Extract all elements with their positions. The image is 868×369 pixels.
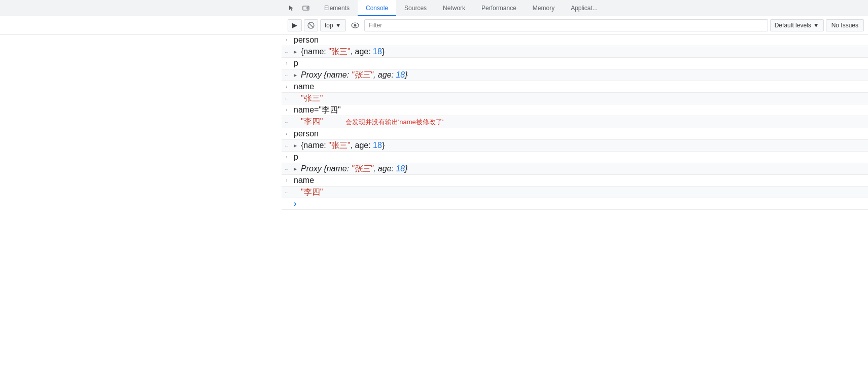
proxy-2-content: Proxy {name: "张三", age: 18} xyxy=(299,164,868,173)
arrow-left-3: ← xyxy=(282,96,292,101)
tab-elements[interactable]: Elements xyxy=(316,0,358,16)
expand-arrow-person-2[interactable]: › xyxy=(282,131,292,136)
log-row-person-1: › person xyxy=(282,34,868,46)
default-levels-button[interactable]: Default levels ▼ xyxy=(770,19,824,31)
label-name-2: name xyxy=(292,176,868,185)
obj-person-2-content: {name: "张三", age: 18} xyxy=(299,141,868,150)
svg-rect-1 xyxy=(307,7,308,9)
label-name-1: name xyxy=(292,82,868,91)
run-button[interactable]: ▶ xyxy=(288,19,302,31)
tab-memory[interactable]: Memory xyxy=(525,0,563,16)
eye-button[interactable] xyxy=(348,19,362,31)
expand-arrow-person-1[interactable]: › xyxy=(282,38,292,43)
log-row-person-2: › person xyxy=(282,128,868,140)
expand-arrow-p-1[interactable]: › xyxy=(282,61,292,66)
label-person-1: person xyxy=(292,35,868,45)
prompt-content: › xyxy=(292,199,868,208)
log-row-proxy-2: ← ▶ Proxy {name: "张三", age: 18} xyxy=(282,163,868,175)
devtools-tab-bar: Elements Console Sources Network Perform… xyxy=(0,0,868,16)
arrow-left-7: ← xyxy=(282,190,292,195)
expand-proxy-2[interactable]: ▶ xyxy=(292,167,299,171)
arrow-left-6: ← xyxy=(282,166,292,172)
expand-arrow-name-set[interactable]: › xyxy=(282,107,292,113)
log-row-lisi-comment: ← "李四" 会发现并没有输出'name被修改了' xyxy=(282,116,868,128)
console-panel: › person ← ▶ {name: "张三", age: 18} › p ←… xyxy=(282,34,868,210)
cursor-icon[interactable] xyxy=(286,2,298,14)
device-toolbar-icon[interactable] xyxy=(300,2,312,14)
log-row-name-1: › name xyxy=(282,81,868,93)
proxy-1-content: Proxy {name: "张三", age: 18} xyxy=(299,70,868,80)
log-row-p-1: › p xyxy=(282,58,868,69)
log-row-lisi-2: ← "李四" xyxy=(282,187,868,198)
label-p-1: p xyxy=(292,59,868,68)
arrow-left-4: ← xyxy=(282,119,292,125)
log-row-name-2: › name xyxy=(282,175,868,187)
svg-line-3 xyxy=(309,23,313,27)
log-row-obj-person-1: ← ▶ {name: "张三", age: 18} xyxy=(282,46,868,58)
console-toolbar: ▶ top ▼ Default levels ▼ No Issues xyxy=(0,16,868,34)
log-row-zhangsan: ← "张三" xyxy=(282,93,868,104)
arrow-left-1: ← xyxy=(282,49,292,55)
zhangsan-content: "张三" xyxy=(299,94,868,103)
tab-application[interactable]: Applicat... xyxy=(563,0,606,16)
expand-obj-2[interactable]: ▶ xyxy=(292,143,299,148)
log-row-name-set: › name="李四" xyxy=(282,104,868,116)
expand-obj-1[interactable]: ▶ xyxy=(292,50,299,54)
svg-point-5 xyxy=(354,24,356,26)
label-p-2: p xyxy=(292,153,868,162)
filter-input[interactable] xyxy=(364,19,768,31)
label-person-2: person xyxy=(292,129,868,138)
comment-no-output: 会发现并没有输出'name被修改了' xyxy=(345,118,443,126)
log-row-p-2: › p xyxy=(282,152,868,163)
expand-arrow-name-1[interactable]: › xyxy=(282,84,292,89)
tab-performance[interactable]: Performance xyxy=(473,0,525,16)
obj-person-1-content: {name: "张三", age: 18} xyxy=(299,47,868,56)
log-row-prompt[interactable]: › xyxy=(282,198,868,210)
arrow-left-5: ← xyxy=(282,143,292,149)
lisi-content: "李四" 会发现并没有输出'name被修改了' xyxy=(299,117,868,127)
tab-network[interactable]: Network xyxy=(435,0,473,16)
arrow-left-2: ← xyxy=(282,72,292,78)
tab-icon-group xyxy=(282,2,316,14)
no-issues-button[interactable]: No Issues xyxy=(826,19,864,31)
expand-arrow-p-2[interactable]: › xyxy=(282,155,292,160)
lisi-2-content: "李四" xyxy=(299,188,868,197)
clear-button[interactable] xyxy=(304,19,318,31)
log-row-proxy-1: ← ▶ Proxy {name: "张三", age: 18} xyxy=(282,69,868,81)
expand-arrow-name-2[interactable]: › xyxy=(282,178,292,183)
label-name-set: name="李四" xyxy=(292,105,868,115)
tab-console[interactable]: Console xyxy=(358,0,396,16)
log-row-obj-person-2: ← ▶ {name: "张三", age: 18} xyxy=(282,140,868,152)
tab-sources[interactable]: Sources xyxy=(396,0,435,16)
top-dropdown[interactable]: top ▼ xyxy=(320,19,346,31)
expand-proxy-1[interactable]: ▶ xyxy=(292,73,299,78)
